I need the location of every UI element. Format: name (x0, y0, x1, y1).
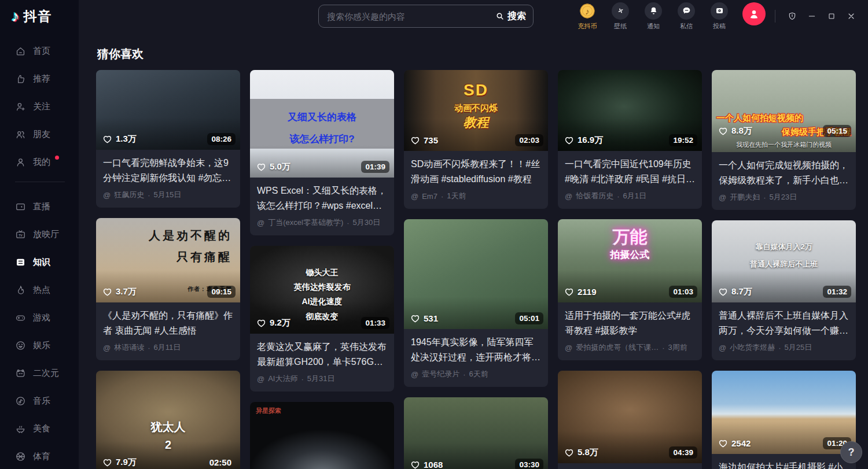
video-duration: 05:01 (515, 312, 543, 324)
video-card[interactable]: 1068 03:30 (404, 397, 548, 469)
video-card[interactable]: 又细又长的表格该怎么样打印? 5.0万 01:39 WPS Excel：又细又长… (250, 70, 394, 235)
sidebar-item-cinema[interactable]: TV 放映厅 (0, 220, 79, 248)
sidebar-item-label: 体育 (33, 451, 50, 462)
thumbnail-stats: 735 02:03 (410, 134, 543, 146)
action-label: 私信 (680, 22, 693, 31)
sidebar-item-anime[interactable]: 二次元 (0, 359, 79, 387)
sidebar-item-following[interactable]: 关注 (0, 93, 79, 120)
sidebar-item-hot[interactable]: 热点 (0, 276, 79, 304)
card-body: 老黄这次又赢麻了，英伟达发布最新超算GH200，单卡576G显…@AI大法师·5… (250, 334, 394, 392)
subtitle-caption: 我现在先拍一个我开冰箱门的视频 (715, 141, 852, 149)
sidebar-item-label: 关注 (33, 101, 50, 112)
action-messages[interactable]: 私信 (675, 2, 698, 31)
sidebar-item-sports[interactable]: 体育 (0, 442, 79, 469)
action-upload[interactable]: 投稿 (708, 2, 731, 31)
video-card[interactable]: 靠自媒体月入2万普通人裸辞后不上班 8.7万 01:32 普通人裸辞后不上班自媒… (712, 220, 856, 360)
thumbnail-stats: 8.8万 05:15 (718, 125, 851, 137)
video-thumbnail: 一个人如何拍短视频的保姆级手把手教程我现在先拍一个我开冰箱门的视频 8.8万 0… (712, 70, 856, 152)
video-duration: 01:32 (823, 286, 851, 298)
anime-icon (15, 368, 26, 379)
thumbnail-stats: 2542 01:20 (718, 437, 851, 449)
video-duration: 02:03 (515, 134, 543, 146)
video-author: 爱拍摄的虎哥（线下课… (576, 342, 659, 353)
titlebar: 搜索 ♪ 充抖币 壁纸 通知 私信 投稿 (79, 0, 868, 32)
video-card[interactable]: 2542 01:20 海边如何拍大片#手机摄影 #小叶 (712, 371, 856, 469)
video-meta: @丁当(excel零基础教学)·5月30日 (257, 217, 387, 228)
sidebar-item-entertainment[interactable]: 娱乐 (0, 331, 79, 359)
following-icon (15, 101, 26, 112)
video-card[interactable]: 16.9万 19:52 一口气看完中国近代109年历史 #晚清 #北洋政府 #民… (558, 70, 702, 209)
like-count: 735 (410, 135, 438, 146)
action-wallpaper[interactable]: 壁纸 (609, 2, 632, 31)
minimize-button[interactable] (803, 8, 821, 25)
video-thumbnail: 1068 03:30 (404, 397, 548, 469)
heart-icon (410, 135, 421, 146)
sidebar-item-label: 美食 (33, 423, 50, 434)
search-button[interactable]: 搜索 (495, 10, 526, 23)
heart-icon (256, 317, 267, 328)
video-author: 恰饭看历史 (576, 191, 613, 201)
close-button[interactable] (843, 8, 860, 25)
search-input[interactable] (319, 12, 495, 21)
like-count: 531 (410, 313, 438, 324)
video-card[interactable]: 1.3万 08:26 一口气看完朝鲜战争始末，这9分钟注定刷新你我认知 #勿忘历… (96, 70, 240, 208)
video-title: 普通人裸辞后不上班自媒体月入两万，今天分享如何做一个赚… (719, 308, 849, 338)
maximize-button[interactable] (823, 8, 840, 25)
music-icon (15, 396, 26, 407)
video-duration: 01:39 (361, 161, 389, 173)
thumbnail-stats: 7.9万 02:50 (102, 456, 236, 469)
card-body: 普通人裸辞后不上班自媒体月入两万，今天分享如何做一个赚…@小吃货李煜赫·5月25… (712, 302, 856, 360)
sidebar-item-label: 直播 (33, 201, 50, 212)
like-count: 1.3万 (102, 134, 137, 145)
like-count: 3.7万 (102, 286, 137, 297)
video-card[interactable]: 锄头大王英伟达炸裂发布AI进化速度彻底改变 9.2万 01:33 老黄这次又赢麻… (250, 246, 394, 392)
video-author: 林语诵读 (114, 342, 144, 353)
video-meta: @爱拍摄的虎哥（线下课…·3周前 (565, 342, 695, 353)
video-card[interactable]: 5.8万 04:39 2015年丁磊饭局大咖云集，号称 (558, 371, 702, 469)
sidebar-item-games[interactable]: 游戏 (0, 304, 79, 331)
heart-icon (102, 457, 113, 468)
video-title: WPS Excel：又细又长的表格，该怎么样打印？#wps #excel #… (257, 183, 387, 213)
sidebar-item-friends[interactable]: 朋友 (0, 120, 79, 148)
sidebar-item-label: 热点 (33, 285, 50, 296)
video-date: 6月1日 (623, 191, 646, 201)
video-thumbnail: 万能拍摄公式 2119 01:03 (558, 219, 702, 302)
sidebar-item-live[interactable]: 直播 (0, 193, 79, 220)
video-card[interactable]: 犹太人2 7.9万 02:50 (96, 371, 240, 469)
sidebar-item-music[interactable]: 音乐 (0, 387, 79, 415)
video-author: Em7 (422, 192, 437, 201)
message-icon (678, 2, 695, 20)
safety-button[interactable] (784, 8, 801, 25)
like-count: 8.7万 (718, 286, 752, 297)
action-notifications[interactable]: 通知 (642, 2, 665, 31)
video-title: 《人是劝不醒的，只有痛醒》作者 衷曲无闻 #人生感悟 (103, 308, 233, 338)
heart-icon (256, 161, 267, 172)
games-icon (15, 312, 26, 323)
video-card[interactable]: 异星探索 (250, 402, 394, 469)
sidebar-item-knowledge[interactable]: 知识 (0, 248, 79, 276)
sidebar-item-food[interactable]: 美食 (0, 415, 79, 442)
bell-icon (645, 2, 662, 20)
avatar[interactable] (742, 2, 766, 25)
help-button[interactable]: ? (840, 441, 862, 463)
thumbnail-stats: 9.2万 01:33 (256, 317, 389, 329)
video-card[interactable]: 万能拍摄公式 2119 01:03 适用于拍摄的一套万能公式#虎哥教程 #摄影教… (558, 219, 702, 360)
video-card[interactable]: 531 05:01 1945年真实影像，陆军第四军处决汉奸过程，连开两枪才将其…… (404, 219, 548, 387)
video-date: 5月23日 (770, 192, 797, 202)
action-recharge[interactable]: ♪ 充抖币 (576, 2, 599, 31)
video-thumbnail: 异星探索 (250, 402, 394, 469)
video-card[interactable]: 人是劝不醒的只有痛醒作者：衷曲无闻 3.7万 09:15 《人是劝不醒的，只有痛… (96, 218, 240, 360)
notification-dot (55, 156, 59, 160)
sidebar-item-mine[interactable]: 我的 (0, 148, 79, 176)
sidebar-item-home[interactable]: 首页 (0, 37, 79, 65)
like-count: 16.9万 (564, 135, 603, 146)
card-body: 一口气看完朝鲜战争始末，这9分钟注定刷新你我认知 #勿忘历史…@狂飙历史·5月1… (96, 150, 240, 208)
video-card[interactable]: SD动画不闪烁教程 735 02:03 SD动画不闪烁教程来了！！#丝滑动画 #… (404, 70, 548, 209)
video-card[interactable]: 一个人如何拍短视频的保姆级手把手教程我现在先拍一个我开冰箱门的视频 8.8万 0… (712, 70, 856, 210)
sidebar-item-recommend[interactable]: 推荐 (0, 65, 79, 93)
like-count: 5.0万 (256, 161, 290, 172)
video-duration: 03:30 (515, 459, 543, 469)
maximize-icon (827, 12, 836, 21)
action-label: 充抖币 (578, 22, 597, 31)
hot-icon (15, 285, 26, 296)
